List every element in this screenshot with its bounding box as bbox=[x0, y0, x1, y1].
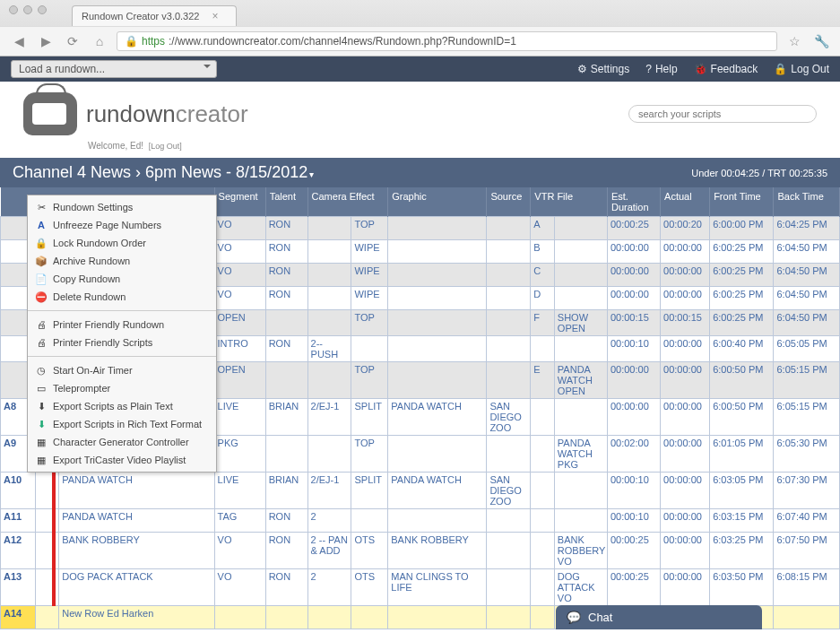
segment-cell[interactable]: OPEN bbox=[214, 362, 265, 399]
vtr-cell[interactable] bbox=[531, 436, 555, 473]
source-cell[interactable] bbox=[487, 362, 531, 399]
effect-cell[interactable]: WIPE bbox=[351, 287, 388, 310]
vtr-cell[interactable]: C bbox=[531, 264, 555, 287]
feedback-link[interactable]: 🐞Feedback bbox=[694, 63, 758, 75]
menu-printer-scripts[interactable]: 🖨Printer Friendly Scripts bbox=[28, 334, 216, 351]
talent-cell[interactable]: RON bbox=[265, 509, 307, 533]
slug-cell[interactable]: PANDA WATCH bbox=[59, 509, 214, 533]
back-cell[interactable]: 6:07:30 PM bbox=[774, 473, 840, 509]
back-cell[interactable]: 6:04:50 PM bbox=[774, 240, 840, 264]
traffic-close[interactable] bbox=[9, 5, 18, 14]
talent-cell[interactable]: RON bbox=[265, 287, 307, 310]
talent-cell[interactable]: BRIAN bbox=[265, 473, 307, 509]
menu-unfreeze[interactable]: AUnfreeze Page Numbers bbox=[28, 216, 216, 234]
url-field[interactable]: 🔒 https://www.rundowncreator.com/channel… bbox=[117, 31, 777, 51]
graphic-cell[interactable] bbox=[388, 436, 487, 473]
graphic-cell[interactable] bbox=[388, 336, 487, 362]
menu-teleprompter[interactable]: ▭Teleprompter bbox=[28, 379, 216, 397]
file-cell[interactable] bbox=[554, 264, 607, 287]
front-cell[interactable]: 6:00:25 PM bbox=[710, 310, 774, 336]
front-cell[interactable]: 6:03:50 PM bbox=[710, 569, 774, 606]
est-cell[interactable]: 00:00:00 bbox=[607, 399, 660, 436]
front-cell[interactable]: 6:03:15 PM bbox=[710, 509, 774, 533]
est-cell[interactable]: 00:00:25 bbox=[607, 533, 660, 569]
file-cell[interactable]: DOG ATTACK VO bbox=[554, 569, 607, 606]
back-cell[interactable]: 6:04:50 PM bbox=[774, 287, 840, 310]
file-cell[interactable] bbox=[554, 509, 607, 533]
graphic-cell[interactable]: PANDA WATCH bbox=[388, 473, 487, 509]
vtr-cell[interactable]: D bbox=[531, 287, 555, 310]
camera-cell[interactable]: 2/EJ-1 bbox=[307, 473, 351, 509]
est-cell[interactable]: 00:00:10 bbox=[607, 509, 660, 533]
talent-cell[interactable]: BRIAN bbox=[265, 399, 307, 436]
actual-cell[interactable]: 00:00:00 bbox=[661, 533, 710, 569]
actual-cell[interactable]: 00:00:00 bbox=[661, 399, 710, 436]
slug-cell[interactable]: BANK ROBBERY bbox=[59, 533, 214, 569]
nav-forward-icon[interactable]: ▶ bbox=[36, 32, 56, 50]
camera-cell[interactable] bbox=[307, 264, 351, 287]
front-cell[interactable]: 6:03:05 PM bbox=[710, 473, 774, 509]
actual-cell[interactable]: 00:00:20 bbox=[661, 217, 710, 240]
effect-cell[interactable]: WIPE bbox=[351, 264, 388, 287]
file-cell[interactable] bbox=[554, 217, 607, 240]
file-cell[interactable]: PANDA WATCH PKG bbox=[554, 436, 607, 473]
source-cell[interactable]: SAN DIEGO ZOO bbox=[487, 473, 531, 509]
source-cell[interactable] bbox=[487, 533, 531, 569]
rundown-title[interactable]: Channel 4 News › 6pm News - 8/15/2012▾ bbox=[13, 163, 314, 182]
vtr-cell[interactable] bbox=[531, 509, 555, 533]
nav-reload-icon[interactable]: ⟳ bbox=[63, 32, 82, 50]
camera-cell[interactable]: 2/EJ-1 bbox=[307, 399, 351, 436]
effect-cell[interactable] bbox=[351, 336, 388, 362]
talent-cell[interactable]: RON bbox=[265, 533, 307, 569]
back-cell[interactable]: 6:07:50 PM bbox=[774, 533, 840, 569]
est-cell[interactable]: 00:00:25 bbox=[607, 569, 660, 606]
slug-cell[interactable]: PANDA WATCH bbox=[59, 473, 214, 509]
file-cell[interactable]: BANK ROBBERY VO bbox=[554, 533, 607, 569]
vtr-cell[interactable] bbox=[531, 606, 555, 629]
welcome-logout-link[interactable]: [Log Out] bbox=[149, 142, 182, 151]
graphic-cell[interactable] bbox=[388, 606, 487, 629]
page-cell[interactable]: A11 bbox=[1, 509, 36, 533]
help-link[interactable]: ?Help bbox=[645, 63, 677, 75]
vtr-cell[interactable]: F bbox=[531, 310, 555, 336]
est-cell[interactable]: 00:00:00 bbox=[607, 287, 660, 310]
file-cell[interactable] bbox=[554, 240, 607, 264]
segment-cell[interactable]: VO bbox=[214, 240, 265, 264]
source-cell[interactable] bbox=[487, 509, 531, 533]
page-cell[interactable]: A10 bbox=[1, 473, 36, 509]
source-cell[interactable] bbox=[487, 287, 531, 310]
spacer-cell[interactable] bbox=[35, 606, 59, 629]
table-row[interactable]: A10 PANDA WATCHLIVEBRIAN2/EJ-1SPLITPANDA… bbox=[1, 473, 840, 509]
effect-cell[interactable]: TOP bbox=[351, 217, 388, 240]
actual-cell[interactable]: 00:00:00 bbox=[661, 509, 710, 533]
graphic-cell[interactable]: MAN CLINGS TO LIFE bbox=[388, 569, 487, 606]
search-input[interactable] bbox=[628, 105, 817, 123]
talent-cell[interactable]: RON bbox=[265, 264, 307, 287]
actual-cell[interactable]: 00:00:00 bbox=[661, 569, 710, 606]
menu-export-rtf[interactable]: ⬇Export Scripts in Rich Text Format bbox=[28, 415, 216, 433]
back-cell[interactable]: 6:05:15 PM bbox=[774, 399, 840, 436]
slug-cell[interactable]: New Row Ed Harken bbox=[59, 606, 214, 629]
wrench-icon[interactable]: 🔧 bbox=[811, 32, 831, 50]
table-row[interactable]: A12 BANK ROBBERYVORON2 -- PAN & ADDOTSBA… bbox=[1, 533, 840, 569]
effect-cell[interactable]: OTS bbox=[351, 533, 388, 569]
page-cell[interactable]: A14 bbox=[1, 606, 36, 629]
actual-cell[interactable]: 00:00:00 bbox=[661, 473, 710, 509]
effect-cell[interactable] bbox=[351, 606, 388, 629]
camera-cell[interactable]: 2 bbox=[307, 509, 351, 533]
vtr-cell[interactable] bbox=[531, 473, 555, 509]
talent-cell[interactable] bbox=[265, 436, 307, 473]
effect-cell[interactable]: TOP bbox=[351, 362, 388, 399]
camera-cell[interactable] bbox=[307, 240, 351, 264]
graphic-cell[interactable] bbox=[388, 310, 487, 336]
graphic-cell[interactable] bbox=[388, 287, 487, 310]
segment-cell[interactable]: OPEN bbox=[214, 310, 265, 336]
segment-cell[interactable]: VO bbox=[214, 287, 265, 310]
segment-cell[interactable]: VO bbox=[214, 264, 265, 287]
segment-cell[interactable]: LIVE bbox=[214, 473, 265, 509]
est-cell[interactable]: 00:00:25 bbox=[607, 217, 660, 240]
effect-cell[interactable] bbox=[351, 509, 388, 533]
graphic-cell[interactable]: PANDA WATCH bbox=[388, 399, 487, 436]
file-cell[interactable] bbox=[554, 473, 607, 509]
front-cell[interactable]: 6:00:00 PM bbox=[710, 217, 774, 240]
